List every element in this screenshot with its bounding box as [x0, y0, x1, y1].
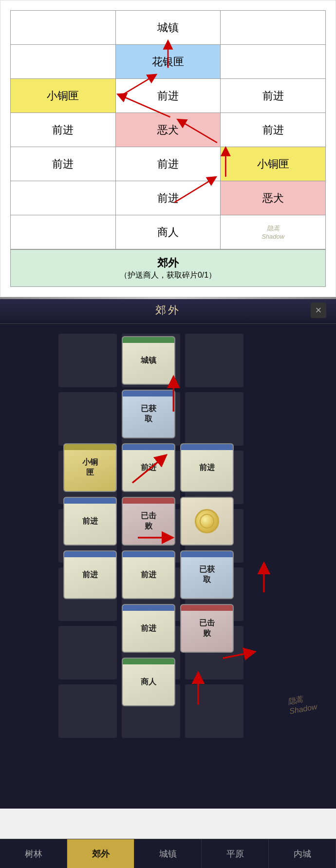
node-label: 已获取: [199, 565, 215, 585]
node-merchant[interactable]: 商人: [122, 658, 175, 706]
node-forward2[interactable]: 前进: [180, 443, 234, 492]
card-bar: [123, 391, 174, 396]
footer-cell: 郊外 （护送商人，获取碎片0/1）: [11, 250, 326, 287]
node-obtained2[interactable]: 已获取: [180, 550, 234, 599]
card-bar: [123, 659, 174, 664]
bg-cell: [185, 392, 243, 446]
cell-r2c0: 小铜匣: [11, 79, 116, 113]
node-label: 前进: [141, 463, 156, 473]
cell-r6c0: [11, 215, 116, 249]
bg-cell: [58, 334, 117, 387]
cell-r6c2: 隐蒿Shadow: [221, 215, 326, 249]
game-section: 郊外 ×: [0, 297, 336, 809]
nav-forest[interactable]: 树林: [0, 839, 67, 868]
diagram-wrapper: 城镇 花银匣 小铜匣 前进 前进 前进 恶犬 前进: [10, 10, 326, 249]
game-header: 郊外 ×: [0, 297, 336, 324]
node-copper1[interactable]: 小铜匣: [63, 443, 117, 492]
node-label: 前进: [82, 516, 98, 527]
node-forward1[interactable]: 前进: [122, 443, 175, 492]
bg-cell: [58, 684, 117, 738]
cell-r3c1: 恶犬: [115, 113, 221, 147]
cell-r4c1: 前进: [115, 147, 221, 181]
cell-r0c2: [221, 11, 326, 45]
node-label: 前进: [141, 623, 156, 634]
card-bar: [64, 498, 116, 504]
node-label: 小铜匣: [82, 457, 98, 478]
cell-r5c0: [11, 181, 116, 215]
game-grid-area: 城镇 已获取 小铜匣 前进 前进 前进 已击败: [0, 324, 336, 762]
node-coin[interactable]: [180, 497, 234, 546]
diagram-section: 城镇 花银匣 小铜匣 前进 前进 前进 恶犬 前进: [0, 0, 336, 297]
cell-r5c1: 前进: [115, 181, 221, 215]
bg-cell: [185, 334, 243, 387]
cell-r1c0: [11, 45, 116, 79]
cell-r2c1: 前进: [115, 79, 221, 113]
diagram-grid: 城镇 花银匣 小铜匣 前进 前进 前进 恶犬 前进: [10, 10, 326, 249]
nav-plain[interactable]: 平原: [202, 839, 269, 868]
cell-r1c1: 花银匣: [115, 45, 221, 79]
cell-r6c1: 商人: [115, 215, 221, 249]
node-defeated1[interactable]: 已击败: [122, 497, 175, 546]
card-bar: [181, 498, 233, 504]
bg-cell: [185, 684, 243, 738]
node-label: 已击败: [199, 618, 215, 639]
cell-r4c2: 小铜匣: [221, 147, 326, 181]
node-city[interactable]: 城镇: [122, 336, 175, 385]
nav-inner-city[interactable]: 内城: [269, 839, 336, 868]
coin-inner: [200, 514, 214, 528]
card-bar: [123, 551, 174, 557]
coin-icon: [195, 509, 219, 533]
cell-r4c0: 前进: [11, 147, 116, 181]
footer-title: 郊外: [17, 256, 319, 270]
node-forward5[interactable]: 前进: [122, 550, 175, 599]
card-bar: [64, 444, 116, 450]
node-forward3[interactable]: 前进: [63, 497, 117, 546]
card-bar: [64, 551, 116, 557]
cell-r3c0: 前进: [11, 113, 116, 147]
close-button[interactable]: ×: [311, 302, 326, 318]
nav-suburb[interactable]: 郊外: [67, 839, 134, 868]
card-bar: [123, 444, 174, 450]
card-bar: [123, 337, 174, 343]
cell-r3c2: 前进: [221, 113, 326, 147]
card-bar: [181, 444, 233, 450]
cell-r2c2: 前进: [221, 79, 326, 113]
node-label: 前进: [141, 570, 156, 580]
node-label: 前进: [82, 570, 98, 580]
cell-r0c0: [11, 11, 116, 45]
node-label: 已获取: [141, 404, 156, 424]
watermark: 隐蒿Shadow: [287, 692, 318, 716]
card-bar: [181, 605, 233, 611]
node-forward4[interactable]: 前进: [63, 550, 117, 599]
node-label: 商人: [141, 677, 156, 687]
node-label: 已击败: [141, 511, 156, 531]
footer-subtext: （护送商人，获取碎片0/1）: [17, 270, 319, 281]
node-obtained1[interactable]: 已获取: [122, 390, 175, 438]
card-bar: [181, 551, 233, 557]
cell-r0c1: 城镇: [115, 11, 221, 45]
node-label: 前进: [199, 463, 215, 473]
diagram-footer: 郊外 （护送商人，获取碎片0/1）: [10, 249, 326, 287]
cell-r1c2: [221, 45, 326, 79]
card-bar: [123, 605, 174, 611]
cell-r5c2: 恶犬: [221, 181, 326, 215]
header-bar: [0, 297, 336, 299]
game-title: 郊外: [155, 303, 181, 318]
bottom-nav: 树林 郊外 城镇 平原 内城: [0, 839, 336, 868]
bg-cell: [58, 392, 117, 446]
node-forward6[interactable]: 前进: [122, 604, 175, 653]
nav-city[interactable]: 城镇: [134, 839, 202, 868]
card-bar: [123, 498, 174, 504]
node-defeated2[interactable]: 已击败: [180, 604, 234, 653]
node-label: 城镇: [141, 356, 156, 366]
bg-cell: [58, 626, 117, 679]
